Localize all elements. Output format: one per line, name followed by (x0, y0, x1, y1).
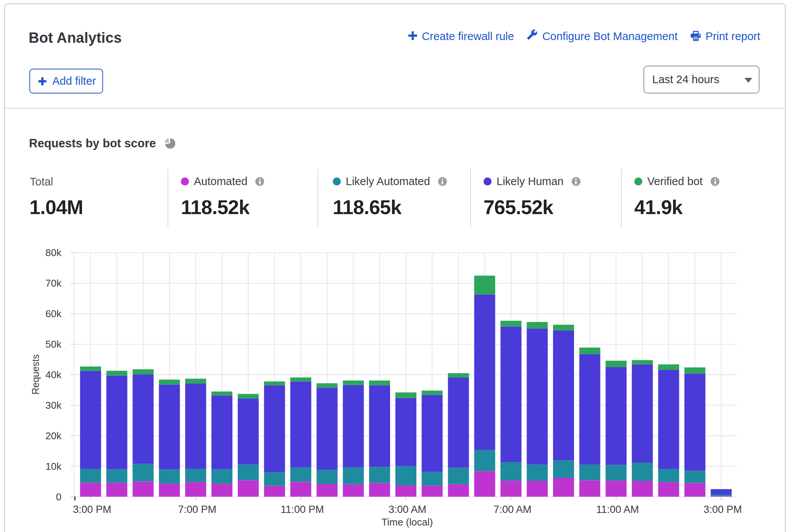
svg-text:11:00 PM: 11:00 PM (281, 504, 324, 515)
svg-text:Time (local): Time (local) (382, 516, 433, 528)
svg-text:60k: 60k (45, 308, 62, 319)
svg-text:80k: 80k (45, 247, 62, 258)
svg-text:0: 0 (56, 491, 61, 503)
svg-text:11:00 AM: 11:00 AM (596, 504, 639, 515)
svg-text:7:00 AM: 7:00 AM (493, 504, 531, 515)
svg-text:70k: 70k (45, 277, 62, 289)
svg-text:10k: 10k (45, 461, 62, 472)
svg-text:3:00 AM: 3:00 AM (389, 504, 426, 515)
svg-text:40k: 40k (45, 369, 62, 380)
svg-text:50k: 50k (45, 339, 62, 350)
svg-text:30k: 30k (45, 400, 62, 411)
svg-text:3:00 PM: 3:00 PM (73, 504, 111, 515)
svg-text:3:00 PM: 3:00 PM (703, 504, 742, 515)
svg-text:7:00 PM: 7:00 PM (178, 504, 216, 515)
svg-text:Requests: Requests (30, 354, 41, 395)
svg-text:20k: 20k (45, 430, 62, 442)
